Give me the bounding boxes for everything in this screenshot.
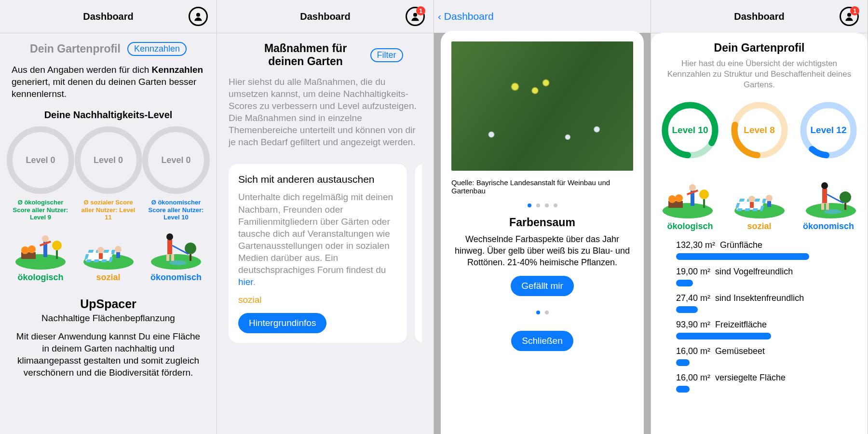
level-ring: Level 10 bbox=[660, 100, 720, 161]
category-illustration bbox=[80, 228, 137, 270]
back-button[interactable]: ‹ Dashboard bbox=[438, 11, 494, 22]
notification-badge: 1 bbox=[416, 6, 425, 15]
avg-oekologisch: Ø ökologischer Score aller Nutzer: Level… bbox=[12, 199, 69, 221]
detail-description: Wechselnde Farbaspekte über das Jahr hin… bbox=[451, 234, 633, 268]
svg-point-45 bbox=[748, 196, 755, 203]
svg-rect-54 bbox=[821, 203, 824, 210]
category-illustration bbox=[12, 228, 69, 270]
level-ring: Level 12 bbox=[798, 100, 859, 161]
profile-icon[interactable]: 1 bbox=[406, 7, 425, 26]
cat-oekonomisch: ökonomisch bbox=[147, 272, 205, 283]
section-title: Maßnahmen für deinen Garten bbox=[248, 42, 364, 68]
app-title: UpSpacer bbox=[12, 297, 205, 311]
nav-title: Dashboard bbox=[300, 11, 350, 22]
cat-sozial: sozial bbox=[80, 272, 137, 283]
category-illustration bbox=[802, 177, 860, 218]
svg-rect-19 bbox=[190, 254, 191, 261]
intro-text: Aus den Angaben werden für dich Kennzah­… bbox=[12, 64, 205, 100]
link-hier[interactable]: hier bbox=[238, 277, 253, 287]
intro-text: Hier siehst du alle Maßnahmen, die du um… bbox=[229, 76, 422, 148]
svg-rect-41 bbox=[703, 199, 705, 208]
measure-card-peek[interactable]: Körper Tue reGartenguttut.im Garguttut,h… bbox=[415, 164, 422, 343]
svg-rect-16 bbox=[116, 252, 120, 258]
svg-point-53 bbox=[821, 182, 828, 189]
app-subtitle: Nachhaltige Flächenbepflanzung bbox=[12, 313, 205, 324]
svg-point-4 bbox=[28, 245, 36, 253]
svg-rect-48 bbox=[767, 201, 771, 207]
card-tag: sozial bbox=[238, 295, 397, 305]
svg-point-0 bbox=[196, 13, 200, 17]
section-title: Dein Gartenprofil bbox=[30, 42, 121, 55]
navbar: Dashboard 1 bbox=[217, 0, 434, 33]
like-button[interactable]: Gefällt mir bbox=[511, 276, 574, 296]
avg-sozial: Ø sozialer Score aller Nutzer: Level 11 bbox=[80, 199, 137, 221]
cat-sozial: sozial bbox=[728, 221, 791, 231]
svg-point-36 bbox=[675, 194, 683, 202]
avg-oekonomisch: Ø ökonomischer Score aller Nutzer: Level… bbox=[147, 199, 205, 221]
cat-oekonomisch: ökonomisch bbox=[797, 221, 860, 231]
stat-row: 16,00 m² Gemüsebeet bbox=[676, 346, 842, 366]
detail-title: Farbensaum bbox=[451, 216, 633, 229]
card-text: Unterhalte dich regelmäßig mit deinen Na… bbox=[238, 191, 397, 288]
screen-gartenprofil-detail: Dashboard 1 Dein Gartenprofil Hier hast … bbox=[651, 0, 868, 434]
svg-rect-22 bbox=[166, 254, 169, 261]
svg-rect-46 bbox=[750, 202, 754, 208]
category-illustration bbox=[659, 177, 717, 218]
app-description: Mit dieser Anwendung kannst Du eine Fläc… bbox=[12, 330, 205, 379]
ring-oekologisch: Level 0 bbox=[7, 126, 74, 194]
notification-badge: 1 bbox=[850, 6, 859, 15]
image-pager-dots[interactable] bbox=[451, 203, 633, 207]
navbar: ‹ Dashboard bbox=[434, 0, 651, 33]
level-ring: Level 8 bbox=[729, 100, 790, 161]
svg-rect-14 bbox=[99, 253, 103, 259]
measure-card[interactable]: Sich mit anderen austauschen Unterhalte … bbox=[229, 164, 407, 343]
ring-oekonomisch: Level 0 bbox=[142, 126, 210, 194]
svg-rect-55 bbox=[826, 203, 829, 210]
screen-farbensaum: ‹ Dashboard Quelle: Bayrische Landesanst… bbox=[434, 0, 651, 434]
profile-icon[interactable] bbox=[189, 7, 208, 26]
ring-sozial: Level 0 bbox=[75, 126, 142, 194]
profile-sheet: Dein Gartenprofil Hier hast du eine Über… bbox=[651, 33, 868, 434]
filter-button[interactable]: Filter bbox=[370, 48, 403, 62]
svg-point-8 bbox=[52, 241, 62, 250]
sheet-pager-dots[interactable] bbox=[451, 311, 633, 314]
detail-sheet: Quelle: Bayrische Landesanstalt für Wein… bbox=[441, 31, 644, 434]
category-illustration bbox=[731, 177, 788, 218]
stat-row: 16,00 m² versiegelte Fläche bbox=[676, 373, 842, 393]
sheet-title: Dein Gartenprofil bbox=[659, 41, 860, 54]
nav-title: Dashboard bbox=[83, 11, 133, 22]
svg-point-47 bbox=[766, 195, 773, 202]
svg-point-21 bbox=[166, 233, 173, 240]
svg-point-3 bbox=[21, 246, 29, 254]
stat-row: 93,90 m² Freizeitfläche bbox=[676, 320, 842, 339]
close-button[interactable]: Schließen bbox=[511, 331, 573, 351]
hintergrundinfos-button[interactable]: Hintergrundinfos bbox=[238, 313, 326, 333]
svg-point-6 bbox=[42, 235, 49, 242]
svg-point-40 bbox=[699, 190, 709, 199]
plant-photo bbox=[451, 41, 633, 171]
navbar: Dashboard 1 bbox=[651, 0, 868, 33]
navbar: Dashboard bbox=[0, 0, 217, 33]
profile-icon[interactable]: 1 bbox=[840, 7, 859, 26]
cat-oekologisch: ökologisch bbox=[12, 272, 69, 283]
svg-rect-51 bbox=[844, 203, 846, 210]
svg-rect-52 bbox=[822, 189, 827, 203]
svg-rect-9 bbox=[56, 250, 58, 259]
cat-oekologisch: ökologisch bbox=[659, 221, 721, 231]
kennzahlen-button[interactable]: Kennzahlen bbox=[127, 42, 187, 56]
svg-rect-20 bbox=[167, 240, 172, 254]
stat-row: 132,30 m² Grünfläche bbox=[676, 240, 842, 260]
stat-row: 19,00 m² sind Vogelfreundlich bbox=[676, 267, 842, 286]
category-illustration bbox=[147, 228, 205, 270]
screen-dashboard-profil: Dashboard Dein Gartenprofil Kennzahlen A… bbox=[0, 0, 217, 434]
sheet-lead: Hier hast du eine Übersicht der wichtigs… bbox=[659, 58, 860, 90]
svg-point-24 bbox=[169, 260, 187, 265]
svg-point-35 bbox=[668, 195, 676, 203]
svg-point-13 bbox=[97, 247, 104, 254]
svg-point-38 bbox=[689, 184, 696, 191]
level-rings: Level 0Ø ökologischer Score aller Nutzer… bbox=[12, 126, 205, 221]
nav-title: Dashboard bbox=[734, 11, 784, 22]
card-title: Sich mit anderen austauschen bbox=[238, 174, 397, 185]
stat-row: 27,40 m² sind Insektenfreundlich bbox=[676, 293, 842, 313]
svg-point-56 bbox=[824, 209, 841, 214]
